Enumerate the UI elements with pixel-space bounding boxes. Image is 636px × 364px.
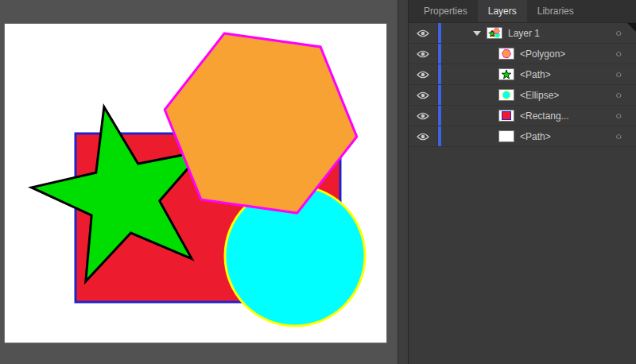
row-content: <Ellipse> ○ xyxy=(441,85,636,105)
target-circle-icon[interactable]: ○ xyxy=(615,90,622,100)
tab-label: Properties xyxy=(424,6,467,17)
row-content: <Path> ○ xyxy=(441,64,636,84)
target-circle-icon[interactable]: ○ xyxy=(615,69,622,79)
target-circle-icon[interactable]: ○ xyxy=(615,48,622,59)
visibility-toggle[interactable] xyxy=(409,23,438,43)
layer-thumbnail[interactable] xyxy=(498,68,514,80)
layer-row-1[interactable]: <Polygon> ○ xyxy=(409,44,636,64)
panel-tab-properties[interactable]: Properties xyxy=(413,0,478,22)
layer-row-5[interactable]: <Path> ○ xyxy=(409,126,636,147)
target-circle-icon[interactable]: ○ xyxy=(615,28,622,38)
layers-panel: PropertiesLayersLibraries Layer 1 ○ xyxy=(408,0,636,364)
panel-tab-layers[interactable]: Layers xyxy=(478,0,527,22)
panel-corner-notch-icon xyxy=(627,23,636,32)
layer-thumbnail[interactable] xyxy=(487,27,502,39)
eye-icon xyxy=(417,133,429,141)
artboard-canvas-area[interactable] xyxy=(0,0,408,364)
row-content: Layer 1 ○ xyxy=(441,23,636,43)
artwork-svg[interactable] xyxy=(0,0,408,364)
layer-label: <Polygon> xyxy=(520,48,565,60)
layer-thumbnail[interactable] xyxy=(498,110,514,122)
layer-label: <Path> xyxy=(520,69,551,80)
tab-label: Libraries xyxy=(537,6,574,17)
layer-row-4[interactable]: <Rectang... ○ xyxy=(409,106,636,126)
eye-icon xyxy=(417,71,429,79)
vertical-scrollbar[interactable] xyxy=(398,0,408,364)
layer-label: <Path> xyxy=(520,131,551,142)
panel-tab-libraries[interactable]: Libraries xyxy=(527,0,584,22)
layer-thumbnail[interactable] xyxy=(498,89,514,101)
eye-icon xyxy=(417,112,429,120)
panel-tab-bar: PropertiesLayersLibraries xyxy=(409,0,636,23)
layers-list: Layer 1 ○ <Polygon> ○ <Path> xyxy=(409,23,636,364)
eye-icon xyxy=(417,29,429,37)
layer-thumbnail[interactable] xyxy=(498,48,514,60)
visibility-toggle[interactable] xyxy=(409,44,438,64)
row-content: <Polygon> ○ xyxy=(441,44,636,64)
row-content: <Rectang... ○ xyxy=(441,106,636,126)
layer-thumbnail[interactable] xyxy=(498,130,514,142)
layer-row-2[interactable]: <Path> ○ xyxy=(409,64,636,85)
layer-row-0[interactable]: Layer 1 ○ xyxy=(409,23,636,44)
application-window: PropertiesLayersLibraries Layer 1 ○ xyxy=(0,0,636,364)
expand-chevron-icon[interactable] xyxy=(473,31,481,36)
tab-label: Layers xyxy=(488,6,517,17)
layer-row-3[interactable]: <Ellipse> ○ xyxy=(409,85,636,106)
eye-icon xyxy=(417,91,429,99)
visibility-toggle[interactable] xyxy=(409,126,438,146)
visibility-toggle[interactable] xyxy=(409,106,438,126)
eye-icon xyxy=(417,50,429,58)
layer-label: <Ellipse> xyxy=(520,90,559,101)
layer-label: <Rectang... xyxy=(520,110,569,122)
visibility-toggle[interactable] xyxy=(409,85,438,105)
visibility-toggle[interactable] xyxy=(409,64,438,84)
target-circle-icon[interactable]: ○ xyxy=(615,110,622,121)
row-content: <Path> ○ xyxy=(441,126,636,146)
target-circle-icon[interactable]: ○ xyxy=(615,131,622,141)
layer-label: Layer 1 xyxy=(508,28,540,39)
